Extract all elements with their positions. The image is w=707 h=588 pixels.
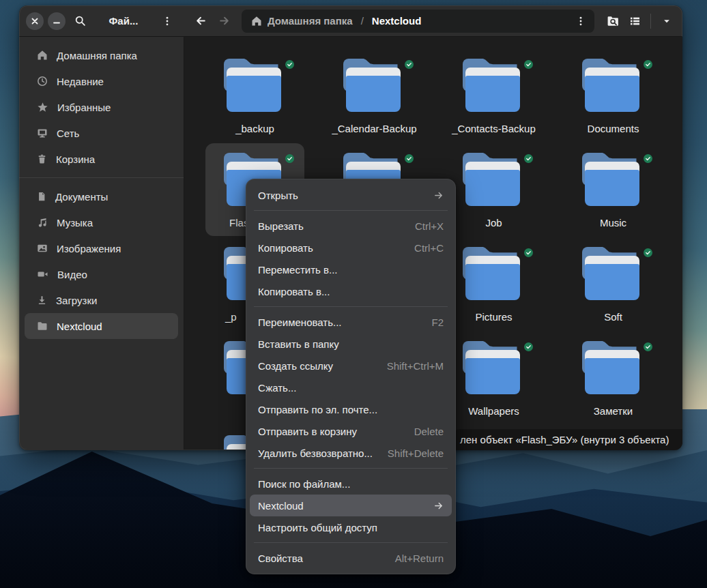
menu-item-отправить-в-корзину[interactable]: Отправить в корзинуDelete [250, 420, 452, 442]
close-button[interactable] [26, 12, 44, 30]
menu-item-вставить-в-папку[interactable]: Вставить в папку [250, 333, 452, 355]
menu-item-создать-ссылку[interactable]: Создать ссылкуShift+Ctrl+M [250, 355, 452, 377]
menu-item-копировать[interactable]: КопироватьCtrl+C [250, 237, 452, 259]
menu-item-свойства[interactable]: СвойстваAlt+Return [250, 547, 452, 569]
submenu-arrow-icon [433, 501, 444, 511]
sync-ok-badge-icon [524, 60, 533, 69]
sync-ok-badge-icon [644, 60, 652, 69]
menu-item-accelerator: Shift+Delete [388, 447, 444, 459]
sidebar-item-загрузки[interactable]: Загрузки [25, 287, 178, 313]
folder-item[interactable]: Заметки [553, 334, 673, 428]
menu-item-переместить-в[interactable]: Переместить в... [250, 259, 452, 280]
sidebar-item-изображения[interactable]: Изображения [25, 235, 178, 261]
menu-item-сжать[interactable]: Сжать... [250, 377, 452, 398]
menu-item-label: Отправить в корзину [258, 426, 403, 437]
sync-ok-badge-icon [285, 60, 294, 69]
folder-icon [581, 59, 646, 113]
headerbar-main-section: Домашняя папка / Nextcloud [184, 10, 682, 33]
menu-item-label: Nextcloud [258, 500, 422, 512]
forward-arrow-icon [218, 15, 230, 27]
trash-icon [37, 153, 47, 164]
menu-item-удалить-безвозвратно[interactable]: Удалить безвозвратно...Shift+Delete [250, 442, 452, 464]
folder-item[interactable]: _Calendar-Backup [315, 52, 434, 146]
folder-name: _Contacts-Backup [429, 123, 559, 134]
folder-item[interactable]: Documents [553, 52, 673, 146]
folder-front [465, 264, 520, 300]
sidebar-item-сеть[interactable]: Сеть [25, 120, 178, 146]
folder-icon [581, 341, 646, 396]
breadcrumb: Домашняя папка / Nextcloud [251, 15, 421, 27]
menu-item-label: Вставить в папку [258, 338, 444, 350]
menu-item-accelerator: Ctrl+C [414, 242, 444, 254]
menu-item-вырезать[interactable]: ВырезатьCtrl+X [250, 215, 452, 237]
list-view-toggle[interactable] [624, 11, 645, 31]
sidebar: Домашняя папкаНедавниеИзбранныеСетьКорзи… [19, 37, 184, 450]
menu-item-accelerator: Alt+Return [395, 553, 444, 564]
folder-name: Music [548, 217, 678, 229]
status-bar: лен объект «Flash_ЭБУ» (внутри 3 объекта… [453, 429, 682, 450]
folder-front [585, 76, 639, 112]
sidebar-item-музыка[interactable]: Музыка [25, 209, 178, 235]
folder-icon [581, 153, 646, 207]
view-options-button[interactable] [656, 11, 677, 31]
menu-item-отправить-по-эл-почте[interactable]: Отправить по эл. почте... [250, 398, 452, 420]
headerbar[interactable]: Фай... Домашняя папка / Nextcloud [19, 5, 682, 37]
breadcrumb-root-label: Домашняя папка [268, 15, 353, 27]
menu-item-переименовать[interactable]: Переименовать...F2 [250, 311, 452, 333]
sync-ok-badge-icon [524, 342, 533, 351]
menu-item-открыть[interactable]: Открыть [250, 184, 452, 206]
kebab-icon [162, 16, 173, 27]
folder-front [585, 264, 639, 300]
sidebar-item-label: Домашняя папка [57, 50, 137, 61]
search-button[interactable] [70, 11, 90, 31]
menu-item-label: Свойства [258, 553, 384, 564]
sidebar-divider [19, 177, 184, 178]
sidebar-item-nextcloud[interactable]: Nextcloud [25, 313, 178, 339]
sidebar-item-домашняя-папка[interactable]: Домашняя папка [25, 42, 178, 68]
sidebar-item-избранные[interactable]: Избранные [25, 94, 178, 120]
menu-item-настроить-общий-доступ[interactable]: Настроить общий доступ [250, 516, 452, 538]
minimize-icon [51, 16, 62, 27]
home-icon [251, 16, 262, 27]
menu-item-label: Вырезать [258, 220, 404, 232]
folder-menu-button[interactable] [571, 12, 590, 31]
breadcrumb-current[interactable]: Nextcloud [372, 15, 422, 27]
folder-item[interactable]: Music [553, 146, 673, 240]
menu-item-accelerator: Delete [414, 426, 444, 437]
image-icon [37, 243, 48, 254]
sidebar-item-label: Документы [55, 191, 108, 203]
menu-item-nextcloud[interactable]: Nextcloud [250, 495, 452, 516]
folder-item[interactable]: _Contacts-Backup [434, 52, 553, 146]
folder-item[interactable]: _backup [195, 52, 315, 146]
back-button[interactable] [190, 11, 212, 31]
sidebar-item-документы[interactable]: Документы [25, 183, 178, 209]
breadcrumb-home[interactable]: Домашняя папка [251, 15, 353, 27]
sidebar-item-label: Видео [57, 269, 87, 280]
forward-button[interactable] [213, 11, 235, 31]
folder-search-icon [607, 15, 620, 27]
sidebar-item-корзина[interactable]: Корзина [25, 146, 178, 172]
toolbar-separator [650, 14, 651, 29]
folder-icon [222, 59, 288, 113]
menu-item-accelerator: Shift+Ctrl+M [387, 360, 444, 372]
folder-name: _backup [190, 123, 320, 134]
menu-item-label: Удалить безвозвратно... [258, 447, 377, 459]
sidebar-item-label: Nextcloud [57, 321, 102, 332]
folder-front [465, 358, 520, 394]
app-menu-button[interactable] [157, 11, 177, 31]
sync-ok-badge-icon [524, 154, 533, 163]
search-everywhere-button[interactable] [603, 11, 623, 31]
menu-item-поиск-по-файлам[interactable]: Поиск по файлам... [250, 473, 452, 495]
home-icon [37, 50, 48, 61]
menu-item-копировать-в[interactable]: Копировать в... [250, 280, 452, 302]
sidebar-item-видео[interactable]: Видео [25, 261, 178, 287]
path-bar[interactable]: Домашняя папка / Nextcloud [242, 10, 594, 33]
minimize-button[interactable] [48, 12, 66, 30]
sidebar-item-недавние[interactable]: Недавние [25, 68, 178, 94]
folder-item[interactable]: Soft [553, 240, 673, 334]
folder-front [227, 76, 281, 112]
menu-item-label: Поиск по файлам... [258, 478, 444, 490]
sync-ok-badge-icon [524, 248, 533, 257]
folder-icon [461, 341, 527, 396]
menu-item-label: Переименовать... [258, 317, 420, 328]
